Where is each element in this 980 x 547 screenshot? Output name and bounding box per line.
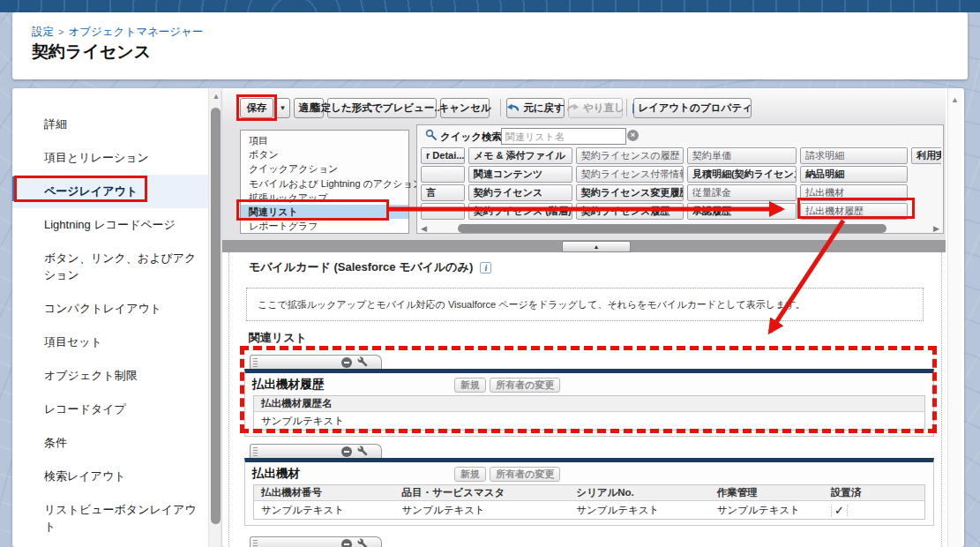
palette-horizontal-scrollbar[interactable]: ◀ ▶ [419, 223, 941, 234]
related-list-tile[interactable]: r Detai... [421, 147, 465, 164]
page-layout-editor: 保存 ▼ 適用 指定した形式でプレビュー...▼ キャンセル 元に戻す やり直し… [222, 88, 964, 547]
collapse-palette-handle[interactable]: ▲ [562, 241, 631, 252]
related-list-title: 払出機材 [245, 462, 933, 482]
related-list-tile[interactable]: 関連コンテンツ [468, 166, 572, 183]
scroll-right-icon[interactable]: ▶ [933, 223, 939, 234]
sidebar-item[interactable]: オブジェクト制限 [12, 359, 208, 393]
related-list-tile[interactable]: 契約ライセンス [468, 184, 572, 201]
drag-handle-icon [253, 447, 258, 456]
related-list-drag-tab[interactable] [250, 355, 382, 369]
page-title: 契約ライセンス [32, 41, 151, 64]
table-cell: サンプルテキスト [254, 504, 395, 517]
palette-category-list: 項目ボタンクイックアクションモバイルおよび Lightning のアクション拡張… [240, 130, 409, 234]
breadcrumb-separator: > [58, 26, 64, 37]
palette-category[interactable]: ボタン [241, 147, 408, 161]
related-list-tile[interactable]: 承認履歴 [687, 203, 797, 220]
sidebar-item[interactable]: 項目とリレーション [12, 141, 208, 175]
related-list-tile[interactable] [421, 166, 465, 183]
related-list-action-button[interactable]: 新規 [454, 467, 486, 482]
cancel-button[interactable]: キャンセル [440, 98, 490, 118]
related-list-tile[interactable]: 契約単価 [687, 147, 797, 164]
related-list-tile[interactable] [421, 203, 465, 220]
wrench-icon[interactable] [357, 538, 368, 547]
quick-search-label: クイック検索 [440, 131, 502, 144]
wrench-icon[interactable] [357, 356, 368, 367]
related-list-tile[interactable]: 言 [421, 184, 465, 201]
clear-search-icon[interactable]: × [627, 130, 639, 141]
editor-vertical-scrollbar[interactable]: ▲ [947, 88, 961, 547]
related-list-tile[interactable]: 契約ライセンス変更履歴 [576, 184, 684, 201]
mobile-cards-heading: モバイルカード (Salesforce モバイルのみ) i [249, 259, 491, 275]
related-list-tile[interactable]: 払出機材 [800, 184, 908, 201]
sidebar-item[interactable]: ボタン、リンク、およびアクション [12, 242, 208, 292]
palette-category[interactable]: 項目 [241, 133, 408, 147]
redo-icon [566, 103, 580, 114]
related-list-tile[interactable]: 従量課金 [687, 184, 797, 201]
palette: 項目ボタンクイックアクションモバイルおよび Lightning のアクション拡張… [222, 124, 946, 240]
related-list-tile[interactable]: 見積明細(契約ライセンス) [687, 166, 797, 183]
related-list-tile[interactable]: 契約ライセンス付帯情報 [576, 166, 684, 183]
sidebar-item[interactable]: 検索レイアウト [12, 460, 208, 493]
palette-category[interactable]: 関連リスト [241, 205, 408, 219]
table-row: サンプルテキスト [254, 412, 924, 430]
scroll-up-icon[interactable]: ▲ [209, 92, 223, 101]
table-header-cell: 作業管理 [710, 486, 824, 499]
tile-column: r Detai...言 [421, 147, 465, 221]
horizontal-scrollbar-thumb[interactable] [458, 224, 886, 233]
undo-button[interactable]: 元に戻す [506, 98, 565, 118]
sidebar-item[interactable]: リストビューボタンレイアウト [12, 493, 208, 543]
remove-related-list-icon[interactable] [341, 446, 352, 457]
palette-category[interactable]: モバイルおよび Lightning のアクション [241, 176, 408, 191]
related-list-title: 払出機材履歴 [245, 373, 933, 393]
scroll-up-icon[interactable]: ▲ [948, 95, 961, 104]
sidebar-item[interactable]: レコードタイプ [12, 393, 208, 426]
save-button[interactable]: 保存 [240, 98, 273, 118]
preview-as-button[interactable]: 指定した形式でプレビュー...▼ [327, 98, 437, 118]
table-row: サンプルテキストサンプルテキストサンプルテキストサンプルテキスト✓ [254, 501, 924, 519]
related-list-tile[interactable]: メモ & 添付ファイル [468, 147, 572, 164]
wrench-icon[interactable] [357, 446, 368, 456]
related-list-tile[interactable]: 契約ライセンスの履歴 [576, 147, 684, 164]
related-list-drag-tab[interactable] [250, 536, 382, 547]
save-dropdown-button[interactable]: ▼ [275, 98, 290, 118]
related-list-tile[interactable]: 納品明細 [800, 166, 908, 183]
sidebar-scrollbar-thumb[interactable] [211, 108, 221, 524]
related-list-drag-tab[interactable] [250, 444, 382, 458]
related-list-tile[interactable]: 契約ライセンス履歴 [576, 203, 684, 220]
chevron-down-icon: ▼ [280, 104, 287, 112]
tile-column: メモ & 添付ファイル関連コンテンツ契約ライセンス契約ライセンス (階層) [468, 147, 572, 221]
related-list-action-button[interactable]: 所有者の変更 [490, 467, 560, 482]
search-icon [425, 129, 438, 145]
sidebar-item[interactable]: 詳細 [12, 108, 208, 141]
redo-button[interactable]: やり直し [568, 98, 623, 118]
remove-related-list-icon[interactable] [341, 357, 352, 368]
table-cell: サンプルテキスト [710, 504, 824, 517]
palette-category[interactable]: クイックアクション [241, 161, 408, 176]
info-icon[interactable]: i [480, 262, 491, 274]
breadcrumb-object-manager-link[interactable]: オブジェクトマネージャー [68, 26, 203, 38]
related-list-table: 払出機材履歴名サンプルテキスト [253, 395, 925, 431]
related-list-block: 払出機材新規所有者の変更払出機材番号品目・サービスマスタシリアルNo.作業管理設… [244, 444, 934, 526]
related-list-tile[interactable]: 利用実 [911, 147, 941, 164]
palette-category[interactable]: レポートグラフ [241, 219, 408, 233]
related-list-tile[interactable]: 請求明細 [800, 147, 908, 164]
sidebar-item[interactable]: 条件 [12, 426, 208, 460]
palette-category[interactable]: 拡張ルックアップ [241, 191, 408, 205]
scroll-left-icon[interactable]: ◀ [421, 223, 427, 234]
sidebar-item[interactable]: Lightning レコードページ [12, 208, 208, 242]
sidebar-selected-accent [12, 176, 17, 201]
related-list-tile[interactable]: 契約ライセンス (階層) [468, 203, 572, 220]
sidebar-item[interactable]: コンパクトレイアウト [12, 292, 208, 326]
related-list-action-button[interactable]: 新規 [454, 378, 486, 393]
related-list-actions: 新規所有者の変更 [454, 467, 560, 482]
layout-properties-button[interactable]: レイアウトのプロパティ [633, 98, 752, 118]
sidebar-scrollbar[interactable]: ▲ [208, 88, 223, 547]
quick-search-input[interactable] [501, 128, 626, 145]
related-list-action-button[interactable]: 所有者の変更 [490, 378, 560, 393]
remove-related-list-icon[interactable] [341, 539, 352, 547]
sidebar-item[interactable]: 項目セット [12, 326, 208, 359]
breadcrumb-setup-link[interactable]: 設定 [32, 26, 54, 38]
related-list-tile[interactable]: 払出機材履歴 [800, 203, 908, 220]
table-header-row: 払出機材履歴名 [254, 396, 924, 412]
sidebar-item[interactable]: ページレイアウト [12, 175, 208, 208]
